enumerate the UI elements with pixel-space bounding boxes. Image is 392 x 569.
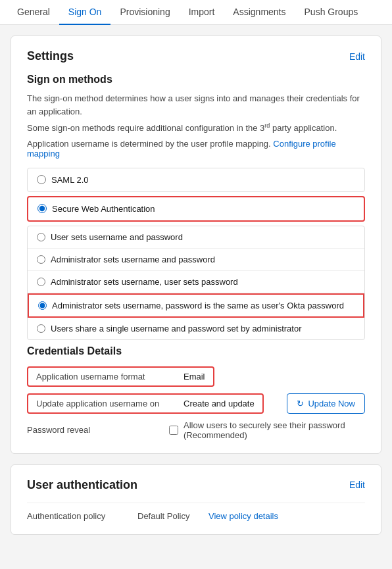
update-username-value: Create and update: [184, 399, 255, 408]
description-line2: Some sign-on methods require additional …: [27, 122, 365, 135]
refresh-icon: ↻: [297, 399, 304, 408]
desc2-end: party application.: [270, 123, 337, 133]
sub-label-1: Administrator sets username and password: [51, 255, 215, 264]
sub-options-container: User sets username and password Administ…: [27, 226, 365, 340]
password-reveal-checkbox-area: Allow users to securely see their passwo…: [169, 420, 345, 440]
sub-option-2[interactable]: Administrator sets username, user sets p…: [28, 271, 364, 293]
sub-option-0[interactable]: User sets username and password: [28, 226, 364, 249]
desc2-text: Some sign-on methods require additional …: [27, 123, 264, 133]
swa-radio[interactable]: [37, 204, 47, 213]
username-format-value: Email: [184, 372, 205, 382]
view-policy-link[interactable]: View policy details: [208, 511, 278, 521]
tabs-bar: General Sign On Provisioning Import Assi…: [0, 0, 392, 25]
auth-policy-row: Authentication policy Default Policy Vie…: [27, 511, 365, 521]
sub-label-2: Administrator sets username, user sets p…: [51, 277, 238, 287]
saml-radio[interactable]: [37, 175, 46, 184]
sub-option-4[interactable]: Users share a single username and passwo…: [28, 318, 364, 339]
user-auth-edit-link[interactable]: Edit: [349, 480, 365, 490]
tab-import[interactable]: Import: [180, 0, 224, 25]
update-username-row: Update application username on Create an…: [27, 393, 365, 414]
sub-option-1[interactable]: Administrator sets username and password: [28, 249, 364, 271]
user-auth-card-header: User authentication Edit: [27, 478, 365, 492]
sub-radio-3[interactable]: [38, 301, 47, 310]
password-reveal-text: Allow users to securely see their passwo…: [184, 420, 345, 440]
swa-option[interactable]: Secure Web Authentication: [27, 196, 365, 222]
update-now-label: Update Now: [308, 399, 355, 408]
sub-radio-4[interactable]: [37, 324, 45, 333]
auth-policy-value: Default Policy: [137, 511, 203, 521]
tab-push-groups[interactable]: Push Groups: [295, 0, 368, 25]
user-auth-title: User authentication: [27, 478, 137, 492]
user-auth-card: User authentication Edit Authentication …: [11, 464, 381, 535]
username-format-label: Application username format: [36, 372, 168, 382]
credentials-title: Credentials Details: [27, 345, 365, 357]
description-line1: The sign-on method determines how a user…: [27, 92, 365, 118]
sub-label-0: User sets username and password: [51, 232, 183, 242]
password-reveal-label: Password reveal: [27, 425, 159, 435]
settings-edit-link[interactable]: Edit: [349, 51, 365, 62]
sub-option-3[interactable]: Administrator sets username, password is…: [28, 293, 364, 318]
sub-radio-2[interactable]: [37, 278, 45, 286]
description-line3: Application username is determined by th…: [27, 139, 365, 159]
update-username-label: Update application username on: [36, 399, 168, 408]
tab-provisioning[interactable]: Provisioning: [110, 0, 179, 25]
sign-on-methods-title: Sign on methods: [27, 74, 365, 86]
update-username-box: Update application username on Create an…: [27, 393, 264, 414]
auth-divider: [27, 503, 365, 503]
settings-title: Settings: [27, 49, 74, 63]
main-content: Settings Edit Sign on methods The sign-o…: [0, 25, 392, 545]
tab-assignments[interactable]: Assignments: [224, 0, 295, 25]
saml-label: SAML 2.0: [51, 175, 89, 185]
tab-general[interactable]: General: [8, 0, 59, 25]
update-now-button[interactable]: ↻ Update Now: [287, 393, 365, 414]
auth-policy-label: Authentication policy: [27, 511, 132, 521]
sub-label-4: Users share a single username and passwo…: [51, 324, 302, 334]
sub-label-3: Administrator sets username, password is…: [52, 301, 344, 310]
tab-sign-on[interactable]: Sign On: [59, 0, 111, 25]
username-format-box: Application username format Email: [27, 366, 214, 387]
settings-card: Settings Edit Sign on methods The sign-o…: [11, 36, 381, 454]
sub-radio-0[interactable]: [37, 233, 45, 241]
saml-option[interactable]: SAML 2.0: [27, 168, 365, 192]
swa-label: Secure Web Authentication: [52, 204, 155, 214]
settings-card-header: Settings Edit: [27, 49, 365, 63]
password-reveal-row: Password reveal Allow users to securely …: [27, 420, 365, 440]
username-format-row: Application username format Email: [27, 366, 365, 387]
password-reveal-checkbox[interactable]: [169, 426, 178, 435]
sub-radio-1[interactable]: [37, 255, 45, 264]
desc3-prefix: Application username is determined by th…: [27, 139, 271, 149]
